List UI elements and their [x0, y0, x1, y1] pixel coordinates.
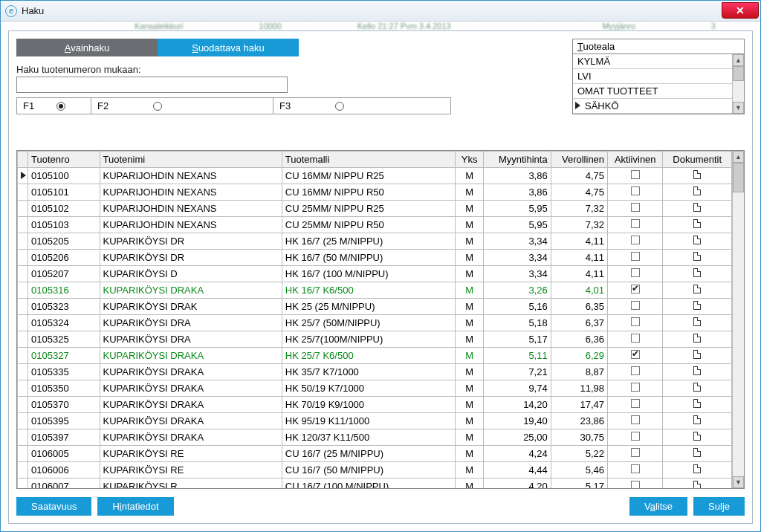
active-checkbox[interactable] — [631, 285, 640, 293]
active-checkbox[interactable] — [631, 186, 640, 195]
saatavuus-button[interactable]: Saatavuus — [16, 497, 91, 516]
sulje-button[interactable]: Sulje — [693, 497, 745, 516]
col-yks[interactable]: Yks — [456, 152, 484, 168]
table-row[interactable]: 0106005KUPARIKÖYSI RECU 16/7 (25 M/NIPPU… — [18, 446, 732, 462]
table-row[interactable]: 0105205KUPARIKÖYSI DRHK 16/7 (25 M/NIPPU… — [18, 233, 732, 250]
cell — [608, 397, 663, 413]
table-row[interactable]: 0106006KUPARIKÖYSI RECU 16/7 (50 M/NIPPU… — [18, 462, 732, 479]
col-tuotemalli[interactable]: Tuotemalli — [282, 152, 455, 168]
radio-f2[interactable]: F2 — [91, 98, 273, 114]
tab-suodattava[interactable]: Suodattava haku — [158, 39, 299, 56]
document-icon[interactable] — [693, 481, 701, 488]
document-icon[interactable] — [693, 334, 701, 343]
category-scrollbar[interactable]: ▲ ▼ — [732, 54, 744, 114]
category-item[interactable]: KYLMÄ — [573, 54, 732, 69]
cell — [18, 429, 28, 446]
table-row[interactable]: 0105370KUPARIKÖYSI DRAKAHK 70/19 K9/1000… — [18, 397, 732, 413]
document-icon[interactable] — [693, 301, 701, 310]
table-row[interactable]: 0105323KUPARIKÖYSI DRAKHK 25 (25 M/NIPPU… — [18, 299, 732, 315]
document-icon[interactable] — [693, 432, 701, 441]
search-input[interactable] — [16, 77, 288, 93]
col-marker[interactable] — [18, 152, 28, 168]
active-checkbox[interactable] — [631, 350, 640, 359]
active-checkbox[interactable] — [631, 203, 640, 212]
table-row[interactable]: 0105324KUPARIKÖYSI DRAHK 25/7 (50M/NIPPU… — [18, 315, 732, 331]
col-tuotenimi[interactable]: Tuotenimi — [100, 152, 282, 168]
table-row[interactable]: 0105327KUPARIKÖYSI DRAKAHK 25/7 K6/500M5… — [18, 348, 732, 364]
col-myyntihinta[interactable]: Myyntihinta — [484, 152, 551, 168]
table-row[interactable]: 0105103KUPARIJOHDIN NEXANSCU 25MM/ NIPPU… — [18, 217, 732, 233]
col-verollinen[interactable]: Verollinen — [551, 152, 607, 168]
document-icon[interactable] — [693, 383, 701, 392]
document-icon[interactable] — [693, 317, 701, 326]
scroll-down-icon[interactable]: ▼ — [733, 102, 744, 114]
active-checkbox[interactable] — [631, 317, 640, 326]
active-checkbox[interactable] — [631, 432, 640, 441]
active-checkbox[interactable] — [631, 334, 640, 343]
table-row[interactable]: 0105350KUPARIKÖYSI DRAKAHK 50/19 K7/1000… — [18, 380, 732, 397]
col-dokumentit[interactable]: Dokumentit — [663, 152, 732, 168]
grid-scrollbar[interactable]: ▲ ▼ — [732, 151, 744, 488]
col-aktiivinen[interactable]: Aktiivinen — [608, 152, 663, 168]
category-item[interactable]: OMAT TUOTTEET — [573, 84, 732, 99]
active-checkbox[interactable] — [631, 383, 640, 392]
scroll-thumb[interactable] — [733, 66, 744, 81]
cell: CU 16/7 (25 M/NIPPU) — [282, 446, 455, 462]
document-icon[interactable] — [693, 236, 701, 244]
active-checkbox[interactable] — [631, 301, 640, 310]
document-icon[interactable] — [693, 415, 701, 424]
document-icon[interactable] — [693, 268, 701, 277]
active-checkbox[interactable] — [631, 464, 640, 473]
active-checkbox[interactable] — [631, 415, 640, 424]
col-tuotenro[interactable]: Tuotenro — [28, 152, 100, 168]
document-icon[interactable] — [693, 219, 701, 228]
cell: 3,26 — [484, 282, 551, 299]
document-icon[interactable] — [693, 203, 701, 212]
document-icon[interactable] — [693, 350, 701, 359]
active-checkbox[interactable] — [631, 481, 640, 488]
table-row[interactable]: 0106007KUPARIKÖYSI RCU 16/7 (100 M/NIPPU… — [18, 479, 732, 489]
radio-f1-input[interactable] — [56, 102, 65, 111]
document-icon[interactable] — [693, 252, 701, 261]
table-row[interactable]: 0105325KUPARIKÖYSI DRAHK 25/7(100M/NIPPU… — [18, 331, 732, 348]
hintatiedot-button[interactable]: Hintatiedot — [97, 497, 173, 516]
document-icon[interactable] — [693, 448, 701, 457]
active-checkbox[interactable] — [631, 252, 640, 261]
radio-f2-input[interactable] — [153, 102, 162, 111]
document-icon[interactable] — [693, 366, 701, 375]
radio-f3-input[interactable] — [335, 102, 344, 111]
table-row[interactable]: 0105395KUPARIKÖYSI DRAKAHK 95/19 K11/100… — [18, 413, 732, 429]
tab-avainhaku[interactable]: Avainhaku — [16, 39, 158, 56]
document-icon[interactable] — [693, 464, 701, 473]
table-row[interactable]: 0105207KUPARIKÖYSI DHK 16/7 (100 M/NIPPU… — [18, 266, 732, 282]
scroll-up-icon[interactable]: ▲ — [733, 151, 744, 163]
scroll-up-icon[interactable]: ▲ — [733, 54, 744, 66]
radio-f1[interactable]: F1 — [17, 98, 91, 114]
active-checkbox[interactable] — [631, 236, 640, 244]
document-icon[interactable] — [693, 170, 701, 179]
scroll-down-icon[interactable]: ▼ — [733, 476, 744, 488]
cell — [18, 348, 28, 364]
close-button[interactable]: ✕ — [722, 2, 759, 19]
document-icon[interactable] — [693, 399, 701, 408]
table-row[interactable]: 0105397KUPARIKÖYSI DRAKAHK 120/37 K11/50… — [18, 429, 732, 446]
active-checkbox[interactable] — [631, 219, 640, 228]
table-row[interactable]: 0105100KUPARIJOHDIN NEXANSCU 16MM/ NIPPU… — [18, 168, 732, 184]
active-checkbox[interactable] — [631, 170, 640, 179]
table-row[interactable]: 0105101KUPARIJOHDIN NEXANSCU 16MM/ NIPPU… — [18, 184, 732, 201]
active-checkbox[interactable] — [631, 399, 640, 408]
active-checkbox[interactable] — [631, 366, 640, 375]
document-icon[interactable] — [693, 285, 701, 293]
table-row[interactable]: 0105102KUPARIJOHDIN NEXANSCU 25MM/ NIPPU… — [18, 201, 732, 217]
active-checkbox[interactable] — [631, 268, 640, 277]
radio-f3[interactable]: F3 — [273, 98, 450, 114]
category-item[interactable]: SÄHKÖ — [573, 99, 732, 114]
active-checkbox[interactable] — [631, 448, 640, 457]
table-row[interactable]: 0105316KUPARIKÖYSI DRAKAHK 16/7 K6/500M3… — [18, 282, 732, 299]
category-item[interactable]: LVI — [573, 69, 732, 84]
table-row[interactable]: 0105335KUPARIKÖYSI DRAKAHK 35/7 K7/1000M… — [18, 364, 732, 380]
scroll-thumb[interactable] — [733, 163, 744, 192]
document-icon[interactable] — [693, 186, 701, 195]
table-row[interactable]: 0105206KUPARIKÖYSI DRHK 16/7 (50 M/NIPPU… — [18, 250, 732, 266]
valitse-button[interactable]: Valitse — [629, 497, 687, 516]
